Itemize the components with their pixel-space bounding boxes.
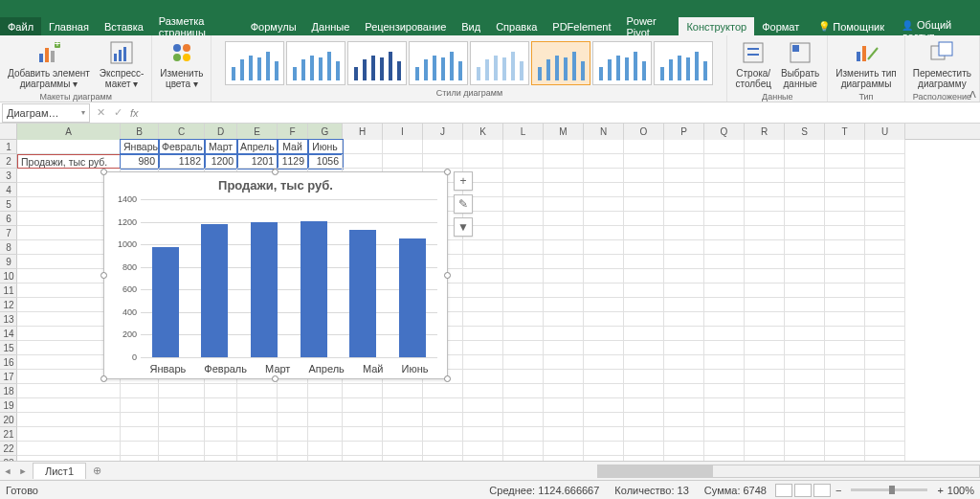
cell-H2[interactable] [343,154,383,169]
cell-P13[interactable] [664,312,704,327]
cell-N22[interactable] [584,442,624,456]
chart-style-2[interactable] [286,41,345,85]
chart-style-1[interactable] [225,41,284,85]
cell-G22[interactable] [308,442,343,456]
select-data-button[interactable]: Выбрать данные [777,37,823,91]
cell-N4[interactable] [584,183,624,197]
row-head-14[interactable]: 14 [0,327,17,341]
cell-F22[interactable] [278,442,308,456]
cell-J20[interactable] [423,413,463,427]
cell-F18[interactable] [278,384,308,398]
tab-Power Pivot[interactable]: Power Pivot [618,17,679,35]
col-head-L[interactable]: L [503,124,544,140]
cell-Q12[interactable] [704,298,745,312]
cell-E21[interactable] [237,427,278,442]
cell-B20[interactable] [121,413,159,427]
col-head-N[interactable]: N [584,124,624,140]
cell-A19[interactable] [17,398,121,413]
cell-P11[interactable] [664,284,704,298]
cell-U8[interactable] [865,240,905,255]
cell-T12[interactable] [825,298,865,312]
tab-Данные[interactable]: Данные [304,17,358,35]
cell-M21[interactable] [544,427,584,442]
cell-R8[interactable] [745,240,785,255]
cell-N18[interactable] [584,384,624,398]
cell-T18[interactable] [825,384,865,398]
cell-O8[interactable] [624,240,664,255]
col-head-M[interactable]: M [544,124,584,140]
cell-E20[interactable] [237,413,278,427]
cell-Q2[interactable] [704,154,745,169]
row-head-17[interactable]: 17 [0,370,17,384]
cell-R11[interactable] [745,284,785,298]
cell-T14[interactable] [825,327,865,341]
cell-U6[interactable] [865,212,905,226]
cell-J2[interactable] [423,154,463,169]
cell-S10[interactable] [785,269,825,284]
cell-T13[interactable] [825,312,865,327]
row-head-16[interactable]: 16 [0,355,17,370]
tab-file[interactable]: Файл [0,17,41,35]
cell-M2[interactable] [544,154,584,169]
cell-F1[interactable]: Май [278,140,308,154]
collapse-ribbon-icon[interactable]: ᐱ [969,89,976,100]
cell-B1[interactable]: Январь [121,140,159,154]
cell-T7[interactable] [825,226,865,240]
cell-N13[interactable] [584,312,624,327]
cell-U3[interactable] [865,169,905,183]
col-head-H[interactable]: H [343,124,383,140]
cell-Q6[interactable] [704,212,745,226]
cell-Q14[interactable] [704,327,745,341]
view-normal-button[interactable] [775,484,792,497]
cell-M12[interactable] [544,298,584,312]
col-head-E[interactable]: E [237,124,278,140]
row-head-4[interactable]: 4 [0,183,17,197]
cell-O11[interactable] [624,284,664,298]
chart-bar-Июнь[interactable] [399,238,426,357]
chart-styles-button[interactable]: ✎ [454,194,473,214]
cell-K17[interactable] [463,370,503,384]
col-head-Q[interactable]: Q [704,124,745,140]
cell-P4[interactable] [664,183,704,197]
col-head-G[interactable]: G [308,124,343,140]
cell-S8[interactable] [785,240,825,255]
cell-Q15[interactable] [704,341,745,355]
tab-Справка[interactable]: Справка [488,17,545,35]
cell-U11[interactable] [865,284,905,298]
cell-L4[interactable] [503,183,544,197]
cell-S6[interactable] [785,212,825,226]
cell-R15[interactable] [745,341,785,355]
cell-T17[interactable] [825,370,865,384]
cell-M14[interactable] [544,327,584,341]
cell-F2[interactable]: 1129 [278,154,308,169]
cell-G1[interactable]: Июнь [308,140,343,154]
cell-I2[interactable] [383,154,423,169]
row-head-2[interactable]: 2 [0,154,17,169]
cell-L1[interactable] [503,140,544,154]
cell-N3[interactable] [584,169,624,183]
cell-S11[interactable] [785,284,825,298]
cell-B19[interactable] [121,398,159,413]
cell-T1[interactable] [825,140,865,154]
cell-E18[interactable] [237,384,278,398]
cell-H19[interactable] [343,398,383,413]
cell-T9[interactable] [825,255,865,269]
cell-K19[interactable] [463,398,503,413]
cell-Q22[interactable] [704,442,745,456]
cell-J21[interactable] [423,427,463,442]
zoom-slider[interactable] [851,488,927,491]
cell-M11[interactable] [544,284,584,298]
cell-T16[interactable] [825,355,865,370]
cell-O4[interactable] [624,183,664,197]
tab-Главная[interactable]: Главная [41,17,97,35]
tab-Рецензирование[interactable]: Рецензирование [357,17,454,35]
cell-M18[interactable] [544,384,584,398]
chart-bar-Март[interactable] [251,222,278,357]
cell-R20[interactable] [745,413,785,427]
row-head-10[interactable]: 10 [0,269,17,284]
cell-I1[interactable] [383,140,423,154]
cell-T22[interactable] [825,442,865,456]
cell-O2[interactable] [624,154,664,169]
cell-P2[interactable] [664,154,704,169]
cell-U21[interactable] [865,427,905,442]
